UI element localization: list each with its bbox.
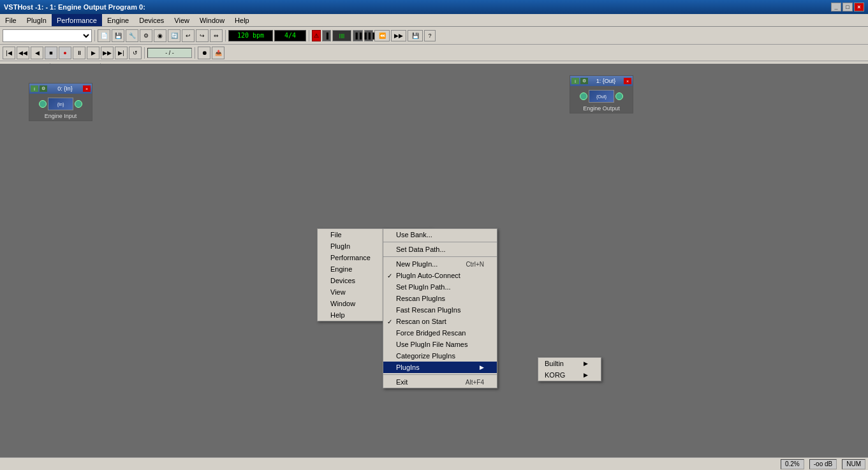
tb2-pause[interactable]: ⏸	[73, 47, 85, 59]
tb-btn-fwd[interactable]: ▶▶	[391, 30, 406, 41]
tb2-loop[interactable]: ↺	[129, 47, 142, 59]
ctx-exit-label: Exit	[396, 378, 408, 386]
ctx-use-bank[interactable]: Use Bank...	[383, 229, 497, 240]
bpm-display: 120 bpm	[228, 30, 273, 41]
engine-output-titlebar: i ⚙ 1: {Out} ×	[570, 76, 633, 86]
tb-btn-rew[interactable]: ⏪	[374, 30, 390, 41]
wi-btn1[interactable]: i	[31, 85, 38, 92]
ctx-view-label: View	[330, 288, 346, 296]
sep-2	[383, 256, 497, 257]
time-sig-display: 4/4	[274, 30, 306, 41]
tb-btn-help[interactable]: ?	[424, 30, 436, 41]
ctx-rescan-on-start[interactable]: ✓ Rescan on Start	[383, 316, 497, 327]
maximize-button[interactable]: □	[842, 3, 853, 11]
ctx-performance-label: Performance	[330, 254, 371, 261]
sub-korg[interactable]: KORG ▶	[538, 369, 601, 381]
ctx-plugins[interactable]: PlugIns ▶	[383, 362, 497, 373]
tb-btn-2[interactable]: 💾	[112, 29, 124, 42]
tb2-stop[interactable]: ■	[45, 47, 57, 59]
minimize-button[interactable]: _	[831, 3, 841, 11]
tb2-export[interactable]: 📤	[212, 47, 224, 59]
wi-close[interactable]: ×	[83, 85, 91, 92]
wo-close[interactable]: ×	[624, 78, 631, 84]
ctx-rescan-plugins[interactable]: Rescan PlugIns	[383, 293, 497, 304]
tb2-ffw[interactable]: ▶▶	[101, 47, 114, 59]
tb-btn-4[interactable]: ⚙	[140, 29, 152, 42]
wo-led2	[615, 92, 623, 100]
ctx-fast-rescan-label: Fast Rescan PlugIns	[396, 306, 461, 314]
wi-btn2[interactable]: ⚙	[40, 85, 47, 92]
tb-btn-3[interactable]: 🔧	[126, 29, 138, 42]
tb-btn-1[interactable]: 📄	[98, 29, 110, 42]
tb2-capture[interactable]: ⏺	[198, 47, 210, 59]
engine-input-label: Engine Input	[45, 113, 77, 119]
tb2-next[interactable]: ▶|	[115, 47, 128, 59]
sep-3	[383, 374, 497, 375]
tb-meter-1: ⚠	[312, 30, 321, 41]
engine-input-titlebar: i ⚙ 0: {In} ×	[29, 84, 92, 94]
tb2-play[interactable]: ▶	[87, 47, 99, 59]
wo-led	[580, 92, 587, 100]
menu-help[interactable]: Help	[230, 14, 254, 26]
sub-builtin[interactable]: Builtin ▶	[538, 358, 601, 369]
menu-devices[interactable]: Devices	[134, 14, 169, 26]
main-canvas: i ⚙ 0: {In} × {In} Engine Input i ⚙ 1: {…	[0, 64, 868, 457]
sep3	[309, 30, 309, 41]
menu-performance[interactable]: Performance	[52, 14, 102, 26]
tb-meter-5: ▐▐▐	[364, 30, 373, 41]
ctx-new-plugin-shortcut: Ctrl+N	[466, 261, 484, 268]
ctx-fast-rescan[interactable]: Fast Rescan PlugIns	[383, 304, 497, 316]
wo-icon: {Out}	[589, 90, 614, 103]
ctx-autoconnect-check: ✓	[387, 272, 392, 279]
wi-icon: {In}	[48, 98, 73, 110]
ctx-set-data-path[interactable]: Set Data Path...	[383, 244, 497, 255]
ctx-autoconnect-label: PlugIn Auto-Connect	[396, 272, 460, 279]
status-db: -oo dB	[809, 459, 837, 469]
wo-btn2[interactable]: ⚙	[580, 78, 588, 84]
sub-korg-label: KORG	[545, 371, 565, 379]
menu-bar: File PlugIn Performance Engine Devices V…	[0, 14, 868, 27]
ctx-use-bank-label: Use Bank...	[396, 231, 432, 239]
sep1	[94, 30, 95, 41]
title-bar-buttons: _ □ ×	[831, 3, 864, 11]
ctx-exit-shortcut: Alt+F4	[466, 379, 484, 386]
ctx-force-bridged[interactable]: Force Bridged Rescan	[383, 327, 497, 339]
ctx-set-plugin-path-label: Set PlugIn Path...	[396, 283, 451, 291]
menu-plugin[interactable]: PlugIn	[22, 14, 52, 26]
ctx-use-plugin-file[interactable]: Use PlugIn File Names	[383, 339, 497, 350]
ctx-exit[interactable]: Exit Alt+F4	[383, 376, 497, 388]
menu-engine[interactable]: Engine	[102, 14, 134, 26]
engine-input-widget: i ⚙ 0: {In} × {In} Engine Input	[29, 83, 92, 121]
wo-btn1[interactable]: i	[571, 78, 579, 84]
tb-btn-7[interactable]: ↩	[182, 29, 195, 42]
ctx-help-label: Help	[330, 311, 345, 319]
ctx-window-label: Window	[330, 300, 355, 307]
ctx-rescan-on-start-label: Rescan on Start	[396, 318, 446, 325]
tb2-rew[interactable]: ◀◀	[17, 47, 29, 59]
ctx-set-plugin-path[interactable]: Set PlugIn Path...	[383, 281, 497, 293]
tb-btn-6[interactable]: 🔄	[168, 29, 180, 42]
ctx-rescan-check: ✓	[387, 318, 392, 325]
ctx-categorize-label: Categorize PlugIns	[396, 352, 455, 360]
tb2-rec[interactable]: ●	[59, 47, 71, 59]
menu-window[interactable]: Window	[195, 14, 230, 26]
ctx-new-plugin[interactable]: New PlugIn... Ctrl+N	[383, 258, 497, 270]
close-button[interactable]: ×	[854, 3, 864, 11]
title-bar: VSTHost -1: - 1: Engine Output Program 0…	[0, 0, 868, 14]
engine-output-label: Engine Output	[583, 105, 620, 112]
tb2-back[interactable]: ◀	[31, 47, 43, 59]
preset-dropdown[interactable]	[3, 29, 92, 42]
menu-view[interactable]: View	[169, 14, 195, 26]
sep5	[195, 47, 195, 59]
tb-btn-save2[interactable]: 💾	[408, 30, 423, 41]
ctx-plugin-autoconnect[interactable]: ✓ PlugIn Auto-Connect	[383, 270, 497, 281]
tb-btn-8[interactable]: ↪	[196, 29, 209, 42]
sep2	[225, 30, 226, 41]
sep4	[144, 47, 145, 59]
ctx-categorize[interactable]: Categorize PlugIns	[383, 350, 497, 362]
tb2-prev[interactable]: |◀	[3, 47, 15, 59]
tb-btn-9[interactable]: ⇔	[210, 29, 223, 42]
ctx-engine-label: Engine	[330, 265, 352, 273]
menu-file[interactable]: File	[0, 14, 22, 26]
tb-btn-5[interactable]: ◉	[154, 29, 166, 42]
